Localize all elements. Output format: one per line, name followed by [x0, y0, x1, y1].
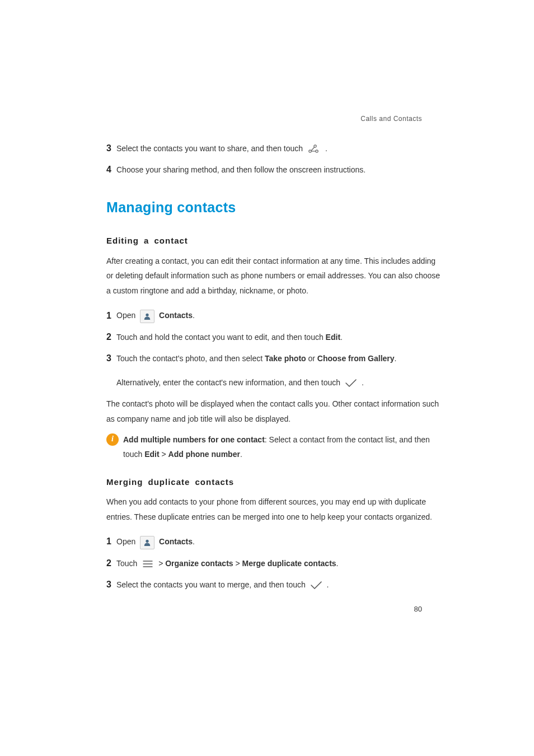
step-text: .	[362, 378, 364, 387]
step-number: 4	[106, 161, 116, 178]
step-text: Choose your sharing method, and then fol…	[116, 165, 366, 174]
step-row: 2 Touch > Organize contacts > Merge dupl…	[106, 555, 444, 572]
step-text: Open	[116, 311, 138, 320]
step-text: Touch the contact's photo, and then sele…	[116, 354, 265, 363]
step-text: Select the contacts you want to merge, a…	[116, 580, 308, 589]
step-body: Open Contacts.	[116, 534, 444, 549]
step-body: Touch > Organize contacts > Merge duplic…	[116, 556, 444, 571]
step-text: .	[193, 311, 195, 320]
step-body: Touch and hold the contact you want to e…	[116, 330, 444, 345]
app-name: Contacts	[159, 311, 193, 320]
checkmark-icon	[310, 581, 322, 590]
section-heading: Managing contacts	[106, 194, 444, 221]
step-text: >	[158, 559, 165, 568]
step-body: Open Contacts.	[116, 308, 444, 323]
info-body: Add multiple numbers for one contact: Se…	[123, 432, 444, 462]
contacts-app-icon	[140, 310, 154, 323]
step-text: .	[325, 144, 327, 153]
subsection-heading: Merging duplicate contacts	[106, 474, 444, 491]
step-number: 1	[106, 307, 116, 324]
step-number: 2	[106, 555, 116, 572]
ui-label: Take photo	[265, 354, 306, 363]
info-text: .	[240, 450, 242, 459]
step-text: .	[336, 559, 339, 568]
step-row: 3 Touch the contact's photo, and then se…	[106, 350, 444, 367]
ui-label: Edit	[326, 333, 340, 342]
contacts-app-icon	[140, 536, 154, 549]
step-body: Choose your sharing method, and then fol…	[116, 162, 444, 178]
step-row: 4 Choose your sharing method, and then f…	[106, 161, 444, 178]
info-lead: Add multiple numbers for one contact	[123, 435, 265, 444]
step-text: or	[306, 354, 317, 363]
step-row: 3 Select the contacts you want to merge,…	[106, 576, 444, 593]
step-text: Select the contacts you want to share, a…	[116, 144, 305, 153]
step-number: 1	[106, 533, 116, 550]
info-callout: i Add multiple numbers for one contact: …	[106, 432, 444, 462]
svg-line-3	[311, 147, 315, 151]
step-text: Touch	[116, 559, 139, 568]
step-row: 1 Open Contacts.	[106, 533, 444, 550]
svg-point-1	[316, 150, 318, 152]
step-substep: Alternatively, enter the contact's new i…	[116, 375, 444, 390]
step-number: 3	[106, 140, 116, 157]
subsection-heading: Editing a contact	[106, 233, 444, 249]
step-number: 3	[106, 576, 116, 593]
ui-label: Organize contacts	[165, 559, 233, 568]
info-text: >	[160, 450, 168, 459]
step-number: 2	[106, 329, 116, 346]
step-number: 3	[106, 350, 116, 367]
svg-point-6	[146, 539, 149, 542]
hamburger-menu-icon	[142, 559, 154, 568]
step-text: .	[395, 354, 397, 363]
step-text: >	[233, 559, 242, 568]
share-icon	[307, 144, 321, 154]
step-body: Alternatively, enter the contact's new i…	[116, 375, 444, 390]
ui-label: Choose from Gallery	[317, 354, 395, 363]
step-row: 1 Open Contacts.	[106, 307, 444, 324]
ui-label: Add phone number	[168, 450, 240, 459]
document-page: Calls and Contacts 3 Select the contacts…	[0, 0, 534, 756]
step-text: .	[327, 580, 329, 589]
ui-label: Merge duplicate contacts	[242, 559, 336, 568]
app-name: Contacts	[159, 537, 193, 546]
breadcrumb: Calls and Contacts	[360, 115, 422, 123]
page-content: 3 Select the contacts you want to share,…	[106, 140, 444, 594]
paragraph: When you add contacts to your phone from…	[106, 494, 444, 524]
step-text: .	[340, 333, 343, 342]
step-text: .	[193, 537, 195, 546]
step-text: Open	[116, 537, 138, 546]
step-body: Select the contacts you want to share, a…	[116, 141, 444, 156]
ui-label: Edit	[144, 450, 159, 459]
checkmark-icon	[345, 379, 357, 388]
paragraph: After creating a contact, you can edit t…	[106, 254, 444, 298]
step-row: 3 Select the contacts you want to share,…	[106, 140, 444, 157]
page-number: 80	[414, 605, 422, 613]
step-text: Alternatively, enter the contact's new i…	[116, 378, 343, 387]
svg-point-0	[309, 150, 311, 152]
step-text: Touch and hold the contact you want to e…	[116, 333, 326, 342]
step-row: 2 Touch and hold the contact you want to…	[106, 329, 444, 346]
paragraph: The contact's photo will be displayed wh…	[106, 396, 444, 426]
step-body: Touch the contact's photo, and then sele…	[116, 351, 444, 366]
svg-point-5	[146, 313, 149, 316]
info-icon: i	[106, 433, 119, 446]
step-body: Select the contacts you want to merge, a…	[116, 577, 444, 592]
